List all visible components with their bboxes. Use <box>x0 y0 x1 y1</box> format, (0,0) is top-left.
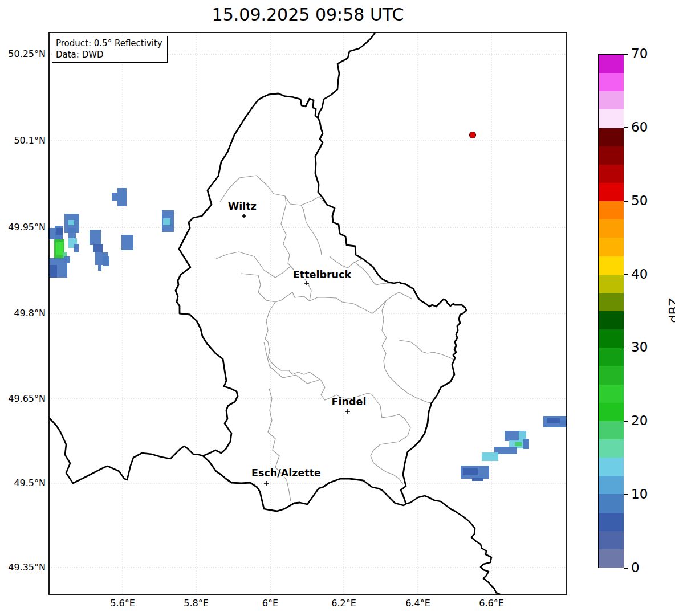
longitude-tick-label: 6.6°E <box>466 598 517 609</box>
map-canvas: WiltzEttelbruckFindelEsch/Alzette <box>0 0 675 616</box>
colorbar-segment <box>599 439 624 458</box>
radar-echo-cell <box>93 244 103 252</box>
radar-echo-cell <box>103 256 109 266</box>
colorbar-tick-mark <box>624 54 628 55</box>
colorbar-tick-mark <box>624 127 628 128</box>
colorbar-segment <box>599 183 624 201</box>
colorbar-segment <box>599 165 624 183</box>
colorbar-tick-label: 50 <box>631 194 648 207</box>
radar-echo-cell <box>482 452 498 461</box>
belgium-germany-border <box>318 32 375 117</box>
colorbar-segment <box>599 201 624 219</box>
radar-echo-cell <box>117 188 127 206</box>
colorbar-tick-mark <box>624 274 628 275</box>
colorbar-tick-mark <box>624 421 628 422</box>
district-border <box>265 302 410 484</box>
colorbar-tick-label: 70 <box>631 47 648 60</box>
longitude-tick-label: 6.4°E <box>392 598 444 609</box>
colorbar-segment <box>599 329 624 348</box>
radar-echo-cell <box>515 442 522 446</box>
radar-echo-cell <box>68 220 74 225</box>
colorbar-segment <box>599 513 624 531</box>
france-border <box>49 418 203 483</box>
colorbar-segment <box>599 494 624 512</box>
radar-echo-cell <box>74 244 79 252</box>
radar-echo-cell <box>121 235 133 250</box>
radar-echo-cell <box>547 418 560 423</box>
data-source-line: Data: DWD <box>56 49 162 60</box>
longitude-tick-label: 6°E <box>245 598 296 609</box>
district-border <box>301 205 322 255</box>
radar-echo-cell <box>163 218 170 225</box>
colorbar-tick-mark <box>624 568 628 569</box>
product-info-box: Product: 0.5° Reflectivity Data: DWD <box>52 36 168 63</box>
colorbar-segment <box>599 421 624 439</box>
latitude-tick-label: 49.8°N <box>0 308 46 319</box>
colorbar-tick-label: 20 <box>631 414 648 427</box>
district-border <box>216 252 291 278</box>
radar-echo-cell <box>112 193 117 201</box>
radar-echo-cell <box>68 228 76 238</box>
colorbar-segment <box>599 403 624 421</box>
radar-echo-cell <box>523 439 529 449</box>
colorbar-tick-label: 0 <box>631 561 640 574</box>
radar-echo-cell <box>463 468 478 475</box>
latitude-tick-label: 50.25°N <box>0 49 46 59</box>
germany-france-border <box>406 496 500 594</box>
station-dot <box>470 132 476 138</box>
radar-echo-cell <box>56 242 63 255</box>
latitude-tick-label: 49.35°N <box>0 562 46 573</box>
latitude-tick-label: 49.65°N <box>0 394 46 404</box>
latitude-tick-label: 49.5°N <box>0 478 46 488</box>
colorbar-segment <box>599 293 624 311</box>
longitude-tick-label: 5.8°E <box>170 598 222 609</box>
colorbar-segment <box>599 549 624 568</box>
city-label: Esch/Alzette <box>251 467 321 479</box>
longitude-tick-label: 5.6°E <box>97 598 148 609</box>
colorbar-segment <box>599 256 624 275</box>
colorbar-segment <box>599 348 624 366</box>
colorbar-segment <box>599 311 624 329</box>
colorbar-tick-mark <box>624 201 628 202</box>
radar-echo-cell <box>56 228 63 235</box>
colorbar-segment <box>599 531 624 549</box>
radar-echo-cell <box>50 265 57 278</box>
colorbar-tick-label: 40 <box>631 268 648 281</box>
city-label: Wiltz <box>228 201 257 212</box>
colorbar-tick-label: 10 <box>631 488 648 501</box>
colorbar-tick-label: 60 <box>631 121 648 134</box>
radar-map-window: 15.09.2025 09:58 UTC Product: 0.5° Refle… <box>0 0 675 616</box>
colorbar-segment <box>599 128 624 146</box>
colorbar-segment <box>599 55 624 73</box>
radar-echo-cell <box>64 256 70 263</box>
district-border <box>382 301 432 403</box>
colorbar-segment <box>599 458 624 476</box>
district-border <box>399 340 454 360</box>
colorbar-unit-label: dBZ <box>666 297 675 323</box>
colorbar-segment <box>599 109 624 128</box>
colorbar-segment <box>599 238 624 256</box>
latitude-tick-label: 49.95°N <box>0 222 46 232</box>
colorbar-segment <box>599 366 624 384</box>
colorbar-segment <box>599 73 624 91</box>
district-border <box>264 342 319 384</box>
colorbar-tick-mark <box>624 494 628 495</box>
colorbar-segment <box>599 275 624 293</box>
city-label: Findel <box>332 396 367 407</box>
longitude-tick-label: 6.2°E <box>318 598 369 609</box>
latitude-tick-label: 50.1°N <box>0 136 46 146</box>
luxembourg-border <box>176 93 466 511</box>
colorbar-segment <box>599 91 624 109</box>
colorbar-segment <box>599 385 624 403</box>
radar-echo-cell <box>560 421 567 425</box>
colorbar-tick-label: 30 <box>631 341 648 354</box>
colorbar-segment <box>599 146 624 165</box>
colorbar-segment <box>599 219 624 238</box>
colorbar <box>598 54 624 568</box>
product-info-line: Product: 0.5° Reflectivity <box>56 38 162 49</box>
city-label: Ettelbruck <box>293 269 352 280</box>
colorbar-tick-mark <box>624 348 628 349</box>
radar-echo-cell <box>472 478 483 481</box>
radar-echo-cell <box>90 230 101 245</box>
radar-echo-cell <box>98 265 101 271</box>
